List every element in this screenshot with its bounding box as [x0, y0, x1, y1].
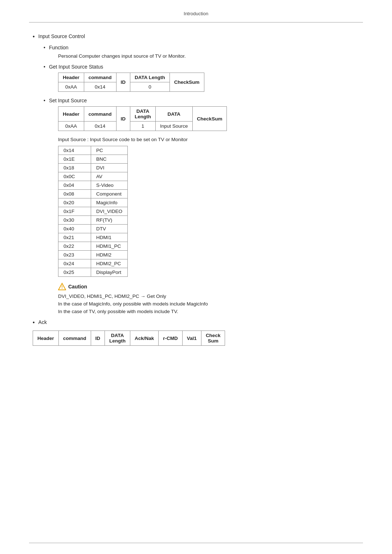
- set-row-header: 0xAA: [58, 122, 84, 131]
- input-source-row: 0x04S-Video: [58, 181, 128, 190]
- input-source-code: 0x40: [58, 225, 91, 233]
- ack-col-data-length: DATALength: [105, 331, 130, 346]
- input-source-code: 0x24: [58, 259, 91, 268]
- input-source-row: 0x30RF(TV): [58, 216, 128, 225]
- input-source-row: 0x24HDMI2_PC: [58, 259, 128, 268]
- get-row-datalength: 0: [130, 82, 170, 92]
- svg-text:!: !: [61, 285, 63, 290]
- set-input-label: Set Input Source: [49, 98, 87, 103]
- input-source-table-wrapper: 0x14PC0x1EBNC0x18DVI0x0CAV0x04S-Video0x0…: [58, 146, 363, 277]
- input-source-name: DTV: [91, 225, 128, 233]
- input-source-name: HDMI1_PC: [91, 242, 128, 251]
- ack-col-id: ID: [91, 331, 105, 346]
- input-source-name: MagicInfo: [91, 198, 128, 207]
- set-table-wrapper: Header command ID DATALength DATA CheckS…: [58, 106, 363, 131]
- function-desc: Personal Computer changes input source o…: [58, 53, 363, 59]
- page-container: Introduction • Input Source Control • Fu…: [0, 0, 392, 554]
- ack-col-ack-nak: Ack/Nak: [130, 331, 159, 346]
- set-col-checksum: CheckSum: [192, 107, 227, 131]
- set-col-header: Header: [58, 107, 84, 122]
- ack-col-check-sum: CheckSum: [201, 331, 225, 346]
- input-source-code: 0x25: [58, 268, 91, 277]
- set-col-data: DATA: [156, 107, 193, 122]
- ack-col-val1: Val1: [182, 331, 201, 346]
- input-source-code: 0x21: [58, 233, 91, 242]
- input-source-name: HDMI2_PC: [91, 259, 128, 268]
- set-input-table: Header command ID DATALength DATA CheckS…: [58, 106, 227, 131]
- caution-icon: !: [58, 283, 66, 291]
- function-bullet-l2: • Function: [44, 45, 363, 50]
- section-bullet-l1: • Input Source Control: [33, 33, 363, 40]
- caution-block: ! Caution DVI_VIDEO, HDMI1_PC, HDMI2_PC …: [58, 283, 363, 314]
- input-source-row: 0x1EBNC: [58, 155, 128, 164]
- input-source-name: HDMI1: [91, 233, 128, 242]
- input-source-code: 0x23: [58, 251, 91, 259]
- ack-col-command: command: [58, 331, 91, 346]
- page-header: Introduction: [29, 11, 363, 16]
- input-source-name: Component: [91, 190, 128, 198]
- ack-header-row: HeadercommandIDDATALengthAck/Nakr-CMDVal…: [33, 331, 225, 346]
- set-col-datalength: DATALength: [130, 107, 156, 122]
- function-label: Function: [49, 45, 69, 50]
- ack-table-wrapper: HeadercommandIDDATALengthAck/Nakr-CMDVal…: [33, 331, 363, 346]
- caution-lines: DVI_VIDEO, HDMI1_PC, HDMI2_PC → Get Only…: [58, 294, 363, 314]
- top-rule: [29, 22, 363, 22]
- input-source-desc: Input Source : Input Source code to be s…: [58, 137, 363, 142]
- input-source-code: 0x14: [58, 146, 91, 155]
- input-source-code: 0x22: [58, 242, 91, 251]
- input-source-row: 0x22HDMI1_PC: [58, 242, 128, 251]
- input-source-row: 0x20MagicInfo: [58, 198, 128, 207]
- input-source-code: 0x20: [58, 198, 91, 207]
- set-row-command: 0x14: [84, 122, 116, 131]
- input-source-table: 0x14PC0x1EBNC0x18DVI0x0CAV0x04S-Video0x0…: [58, 146, 128, 277]
- caution-label: Caution: [68, 284, 87, 290]
- input-source-row: 0x1FDVI_VIDEO: [58, 207, 128, 216]
- get-col-header: Header: [58, 73, 84, 82]
- get-input-bullet-l2: • Get Input Source Status: [44, 64, 363, 70]
- bullet-marker-get: •: [44, 64, 45, 69]
- get-input-label: Get Input Source Status: [49, 64, 103, 70]
- ack-bullet-l1: • Ack: [33, 319, 363, 325]
- input-source-row: 0x25DisplayPort: [58, 268, 128, 277]
- input-source-name: RF(TV): [91, 216, 128, 225]
- input-source-row: 0x40DTV: [58, 225, 128, 233]
- input-source-row: 0x21HDMI1: [58, 233, 128, 242]
- input-source-name: DisplayPort: [91, 268, 128, 277]
- caution-line: In the case of MagicInfo, only possible …: [58, 301, 363, 307]
- input-source-row: 0x23HDMI2: [58, 251, 128, 259]
- set-col-id: ID: [116, 107, 130, 131]
- get-row-header: 0xAA: [58, 82, 84, 92]
- input-source-code: 0x1F: [58, 207, 91, 216]
- get-col-checksum: CheckSum: [170, 73, 204, 92]
- bullet-marker-function: •: [44, 45, 45, 50]
- set-input-bullet-l2: • Set Input Source: [44, 98, 363, 103]
- input-source-row: 0x18DVI: [58, 164, 128, 172]
- get-col-command: command: [84, 73, 116, 82]
- get-row-command: 0x14: [84, 82, 116, 92]
- input-source-name: HDMI2: [91, 251, 128, 259]
- get-table-wrapper: Header command ID DATA Length CheckSum 0…: [58, 73, 363, 92]
- bottom-rule: [29, 543, 363, 543]
- section-title: Input Source Control: [38, 33, 85, 39]
- input-source-row: 0x0CAV: [58, 172, 128, 181]
- input-source-name: S-Video: [91, 181, 128, 190]
- set-row-data: Input Source: [156, 122, 193, 131]
- input-source-name: AV: [91, 172, 128, 181]
- caution-line: DVI_VIDEO, HDMI1_PC, HDMI2_PC → Get Only: [58, 294, 363, 299]
- input-source-name: DVI: [91, 164, 128, 172]
- input-source-code: 0x0C: [58, 172, 91, 181]
- input-source-code: 0x04: [58, 181, 91, 190]
- caution-line: In the case of TV, only possible with mo…: [58, 309, 363, 314]
- bullet-marker-set: •: [44, 98, 45, 103]
- input-source-name: BNC: [91, 155, 128, 164]
- bullet-marker-ack: •: [33, 320, 35, 325]
- input-source-name: PC: [91, 146, 128, 155]
- caution-header: ! Caution: [58, 283, 363, 291]
- bullet-marker-l1: •: [33, 34, 35, 40]
- input-source-row: 0x14PC: [58, 146, 128, 155]
- ack-table: HeadercommandIDDATALengthAck/Nakr-CMDVal…: [33, 331, 225, 346]
- input-source-code: 0x30: [58, 216, 91, 225]
- set-col-command: command: [84, 107, 116, 122]
- input-source-code: 0x08: [58, 190, 91, 198]
- ack-col-r-cmd: r-CMD: [159, 331, 183, 346]
